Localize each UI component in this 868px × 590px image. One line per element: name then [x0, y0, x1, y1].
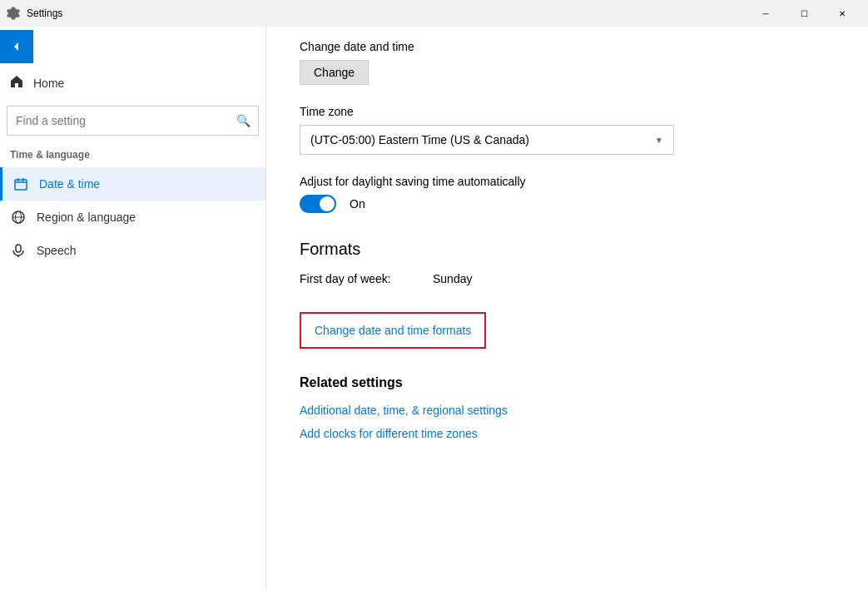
home-icon-svg [10, 75, 23, 88]
settings-window: Settings ─ ☐ ✕ [0, 0, 868, 590]
sidebar-item-speech[interactable]: Speech [0, 234, 265, 267]
maximize-button[interactable]: ☐ [785, 0, 823, 27]
back-icon [12, 42, 22, 52]
timezone-value: (UTC-05:00) Eastern Time (US & Canada) [310, 133, 529, 146]
main-content: Change date and time Change Time zone (U… [266, 27, 868, 590]
svg-rect-7 [16, 245, 21, 252]
timezone-dropdown[interactable]: (UTC-05:00) Eastern Time (US & Canada) ▼ [300, 125, 674, 155]
sidebar-item-region-language[interactable]: Region & language [0, 201, 265, 234]
related-settings-heading: Related settings [300, 375, 835, 390]
home-label: Home [33, 77, 64, 90]
first-day-key: First day of week: [300, 272, 433, 285]
daylight-saving-label: Adjust for daylight saving time automati… [300, 175, 835, 188]
toggle-row: On [300, 195, 835, 213]
titlebar-controls: ─ ☐ ✕ [746, 0, 861, 27]
search-box: 🔍 [7, 106, 259, 136]
calendar-icon [12, 176, 29, 192]
daylight-saving-section: Adjust for daylight saving time automati… [300, 175, 835, 213]
svg-rect-0 [15, 180, 27, 190]
sidebar-item-date-time[interactable]: Date & time [0, 167, 265, 201]
globe-icon [10, 209, 27, 226]
minimize-button[interactable]: ─ [746, 0, 785, 27]
home-nav-item[interactable]: Home [0, 67, 265, 99]
change-button[interactable]: Change [300, 60, 369, 85]
search-icon: 🔍 [236, 114, 250, 127]
back-button[interactable] [0, 30, 33, 63]
timezone-label: Time zone [300, 105, 835, 118]
additional-date-time-link[interactable]: Additional date, time, & regional settin… [300, 404, 835, 417]
first-day-row: First day of week: Sunday [300, 272, 835, 285]
sidebar-item-region-label: Region & language [37, 211, 136, 224]
home-icon [10, 75, 23, 91]
add-clocks-link[interactable]: Add clocks for different time zones [300, 427, 835, 440]
change-formats-link[interactable]: Change date and time formats [300, 312, 486, 349]
timezone-section: Time zone (UTC-05:00) Eastern Time (US &… [300, 105, 835, 155]
titlebar: Settings ─ ☐ ✕ [0, 0, 868, 27]
sidebar-top [0, 27, 265, 67]
toggle-knob [320, 196, 335, 211]
search-input[interactable] [7, 106, 259, 136]
daylight-saving-toggle[interactable] [300, 195, 336, 213]
first-day-value: Sunday [433, 272, 472, 285]
titlebar-left: Settings [7, 7, 62, 20]
sidebar: Home 🔍 Time & language D [0, 27, 266, 590]
formats-heading: Formats [300, 240, 835, 259]
close-button[interactable]: ✕ [823, 0, 861, 27]
titlebar-title: Settings [27, 7, 62, 19]
globe-icon-svg [12, 211, 25, 224]
change-date-time-section: Change date and time Change [300, 27, 835, 105]
chevron-down-icon: ▼ [655, 136, 663, 145]
related-settings-section: Related settings Additional date, time, … [300, 375, 835, 440]
sidebar-section-label: Time & language [0, 142, 265, 167]
calendar-icon-svg [14, 177, 27, 191]
microphone-icon-svg [12, 244, 25, 257]
content-area: Home 🔍 Time & language D [0, 27, 868, 590]
toggle-state-label: On [350, 197, 365, 211]
microphone-icon [10, 242, 27, 259]
formats-section: Formats First day of week: Sunday [300, 240, 835, 285]
sidebar-item-date-time-label: Date & time [39, 177, 100, 191]
settings-icon [7, 7, 20, 20]
change-date-time-label: Change date and time [300, 40, 835, 53]
sidebar-item-speech-label: Speech [37, 244, 76, 257]
change-formats-container: Change date and time formats [300, 312, 835, 375]
